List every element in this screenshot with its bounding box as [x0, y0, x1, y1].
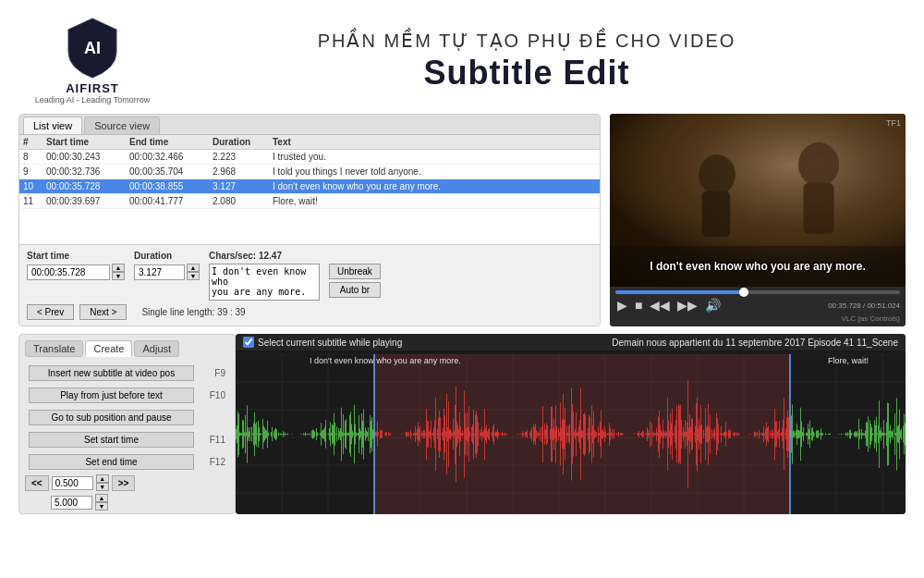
video-stop-button[interactable]: ■ [633, 298, 644, 313]
table-header: # Start time End time Duration Text [19, 135, 600, 150]
start-time-spinner[interactable]: ▲ ▼ [112, 264, 125, 280]
shift-row-1: << ▲ ▼ >> [25, 474, 229, 491]
start-time-group: Start time ▲ ▼ [27, 251, 125, 280]
row-num: 9 [23, 166, 46, 177]
prev-button[interactable]: < Prev [27, 304, 74, 320]
table-row[interactable]: 11 00:00:39.697 00:00:41.777 2.080 Flore… [19, 194, 600, 209]
subtitle-marker-left: I don't even know who you are any more. [310, 356, 461, 365]
unbreak-button[interactable]: Unbreak [329, 264, 381, 279]
main-title-bottom: Subtitle Edit [157, 54, 896, 92]
table-rows: 8 00:00:30.243 00:00:32.466 2.223 I trus… [19, 150, 600, 209]
shift-down-2[interactable]: ▼ [95, 502, 108, 510]
duration-spinner[interactable]: ▲ ▼ [187, 264, 200, 280]
waveform-visualization[interactable] [236, 354, 906, 514]
shift-left-button[interactable]: << [25, 475, 49, 491]
start-time-up[interactable]: ▲ [112, 264, 125, 272]
video-volume-button[interactable]: 🔊 [703, 298, 723, 313]
editor-controls: Start time ▲ ▼ Duration ▲ [19, 244, 600, 326]
auto-br-button[interactable]: Auto br [329, 282, 381, 298]
set-end-btn-row: Set end time F12 [25, 452, 229, 472]
video-btns-row: ▶ ■ ◀◀ ▶▶ 🔊 00:35.728 / 00:51.024 [615, 298, 900, 313]
chars-label: Chars/sec: 12.47 [209, 251, 320, 261]
shift-up-1[interactable]: ▲ [96, 474, 109, 483]
next-button[interactable]: Next > [79, 304, 127, 320]
go-sub-btn-row: Go to sub position and pause [25, 408, 229, 427]
video-screen: TF1 I don't even know who you are any mo… [610, 114, 906, 287]
set-start-button[interactable]: Set start time [29, 432, 194, 448]
set-end-button[interactable]: Set end time [29, 454, 194, 470]
logo-area: AI AIFIRST Leading AI - Leading Tomorrow [28, 17, 157, 105]
row-text: I don't even know who you are any more. [273, 181, 585, 191]
tab-create[interactable]: Create [85, 340, 132, 357]
shift-spinner-1[interactable]: ▲ ▼ [96, 474, 109, 491]
table-row[interactable]: 10 00:00:35.728 00:00:38.855 3.127 I don… [19, 179, 600, 194]
shift-up-2[interactable]: ▲ [95, 494, 108, 502]
waveform-episode-label: Demain nous appartient du 11 septembre 2… [612, 338, 898, 348]
subtitle-editor: List view Source view # Start time End t… [18, 114, 601, 326]
subtitle-table: # Start time End time Duration Text 8 00… [19, 135, 600, 244]
video-time-display: 00:35.728 / 00:51.024 [828, 301, 900, 310]
start-time-input[interactable] [27, 264, 110, 280]
subtitle-marker-right: Flore, wait! [828, 356, 869, 365]
title-area: PHẦN MỀM TỰ TẠO PHỤ ĐỀ CHO VIDEO Subtitl… [157, 30, 896, 92]
row-end: 00:00:38.855 [129, 181, 213, 191]
row-start: 00:00:35.728 [46, 181, 129, 191]
video-next-button[interactable]: ▶▶ [675, 298, 699, 313]
row-scroll [585, 181, 596, 191]
set-start-shortcut: F11 [198, 435, 225, 445]
row-duration: 3.127 [213, 181, 273, 191]
waveform-checkbox[interactable] [243, 337, 254, 348]
video-panel: TF1 I don't even know who you are any mo… [610, 114, 906, 326]
duration-up[interactable]: ▲ [187, 264, 200, 272]
row-scroll [585, 166, 596, 177]
video-prev-button[interactable]: ◀◀ [648, 298, 672, 313]
insert-subtitle-shortcut: F9 [198, 368, 225, 378]
duration-label: Duration [134, 251, 200, 261]
video-play-button[interactable]: ▶ [615, 298, 629, 313]
shift-value-input-1[interactable] [52, 476, 93, 490]
tab-adjust[interactable]: Adjust [134, 340, 179, 357]
duration-down[interactable]: ▼ [187, 272, 200, 280]
text-group: Chars/sec: 12.47 I don't even know who y… [209, 251, 320, 301]
insert-subtitle-button[interactable]: Insert new subtitle at video pos [29, 365, 194, 381]
duration-input[interactable] [134, 264, 185, 280]
row-text: I trusted you. [273, 152, 585, 162]
svg-rect-6 [702, 191, 731, 238]
col-num: # [23, 137, 46, 147]
subtitle-text-input[interactable]: I don't even know who you are any more. [209, 264, 320, 301]
col-text: Text [273, 137, 585, 147]
col-end: End time [129, 137, 213, 147]
start-time-down[interactable]: ▼ [112, 272, 125, 280]
table-row[interactable]: 9 00:00:32.736 00:00:35.704 2.968 I told… [19, 165, 600, 179]
bottom-panel: Translate Create Adjust Insert new subti… [0, 334, 924, 514]
shift-down-1[interactable]: ▼ [96, 483, 109, 491]
waveform-checkbox-label: Select current subtitle while playing [258, 338, 402, 348]
waveform-canvas: I don't even know who you are any more. … [236, 354, 906, 514]
waveform-panel: Select current subtitle while playing De… [236, 334, 906, 514]
logo-tagline: Leading AI - Leading Tomorrow [35, 95, 150, 105]
go-sub-button[interactable]: Go to sub position and pause [29, 410, 194, 425]
video-controls: ▶ ■ ◀◀ ▶▶ 🔊 00:35.728 / 00:51.024 VLC (a… [610, 287, 906, 326]
row-scroll [585, 152, 596, 162]
play-before-button[interactable]: Play from just before text [29, 387, 194, 403]
tab-list-view[interactable]: List view [23, 117, 82, 134]
video-progress-fill [615, 290, 744, 294]
row-start: 00:00:39.697 [46, 196, 129, 206]
video-subtitle-text: I don't even know who you are any more. [650, 260, 866, 273]
set-end-shortcut: F12 [198, 457, 225, 467]
shift-right-button[interactable]: >> [112, 475, 136, 491]
shift-value-input-2[interactable] [51, 496, 92, 510]
logo-brand-text: AIFIRST [66, 81, 119, 95]
table-row[interactable]: 8 00:00:30.243 00:00:32.466 2.223 I trus… [19, 150, 600, 165]
video-progress-bar[interactable] [615, 290, 900, 294]
shift-spinner-2[interactable]: ▲ ▼ [95, 494, 108, 510]
tab-translate[interactable]: Translate [25, 340, 83, 357]
row-scroll [585, 196, 596, 206]
video-progress-thumb [739, 288, 748, 297]
line-length: Single line length: 39 : 39 [141, 307, 245, 317]
row-end: 00:00:35.704 [129, 166, 213, 177]
tab-source-view[interactable]: Source view [84, 117, 160, 134]
row-duration: 2.223 [213, 152, 273, 162]
row-start: 00:00:30.243 [46, 152, 129, 162]
play-before-btn-row: Play from just before text F10 [25, 386, 229, 405]
